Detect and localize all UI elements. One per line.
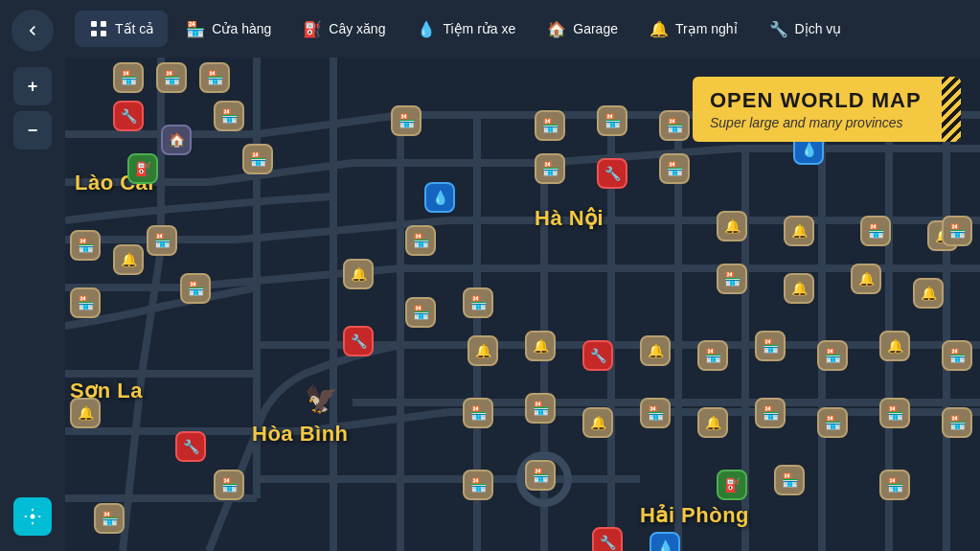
nav-service-label: Dịch vụ xyxy=(795,21,842,36)
map-icon-shop[interactable]: 🏪 xyxy=(405,297,436,328)
zoom-out-button[interactable]: − xyxy=(13,111,52,149)
map-icon-shop[interactable]: 🏪 xyxy=(463,287,493,318)
water-drop-icon: 💧 xyxy=(416,18,437,39)
map-icon-shop[interactable]: 🏪 xyxy=(535,110,565,141)
svg-rect-4 xyxy=(101,31,106,36)
sidebar: + − xyxy=(0,0,65,551)
map-icon-shop[interactable]: 🏪 xyxy=(94,503,125,534)
map-icon-bell[interactable]: 🔔 xyxy=(717,211,747,241)
wrench-icon: 🔧 xyxy=(768,18,789,39)
nav-shop-label: Cửa hàng xyxy=(212,21,271,36)
map-icon-shop[interactable]: 🏪 xyxy=(879,470,910,500)
map-icon-shop[interactable]: 🏪 xyxy=(391,105,422,136)
locate-button[interactable] xyxy=(13,497,52,536)
map-icon-shop[interactable]: 🏪 xyxy=(242,144,273,174)
map-icon-shop[interactable]: 🏪 xyxy=(405,225,436,256)
nav-item-service[interactable]: 🔧 Dịch vụ xyxy=(755,11,855,47)
map-icon-gas[interactable]: ⛽ xyxy=(717,470,747,500)
map-icon-bell[interactable]: 🔔 xyxy=(113,244,144,275)
map-icon-bell[interactable]: 🔔 xyxy=(697,407,728,438)
banner-title: OPEN WORLD MAP xyxy=(710,88,944,113)
map-icon-shop[interactable]: 🏪 xyxy=(525,460,556,491)
banner-stripes xyxy=(942,77,961,142)
map-icon-shop[interactable]: 🏪 xyxy=(697,340,728,371)
map-icon-shop[interactable]: 🏪 xyxy=(463,470,493,500)
map-icon-shop[interactable]: 🏪 xyxy=(113,62,144,93)
nav-item-shop[interactable]: 🏪 Cửa hàng xyxy=(171,11,285,47)
map-icon-shop[interactable]: 🏪 xyxy=(942,340,972,371)
map-icon-shop[interactable]: 🏪 xyxy=(147,225,177,256)
map-icon-shop[interactable]: 🏪 xyxy=(879,398,910,428)
map-icon-bell[interactable]: 🔔 xyxy=(582,407,613,438)
map-icon-wrench[interactable]: 🔧 xyxy=(582,340,613,371)
map-icon-wrench[interactable]: 🔧 xyxy=(175,431,206,462)
nav-item-rest[interactable]: 🔔 Trạm nghỉ xyxy=(635,11,751,47)
map-icon-shop[interactable]: 🏪 xyxy=(199,62,230,93)
map-icon-shop[interactable]: 🏪 xyxy=(817,407,848,438)
svg-rect-2 xyxy=(101,21,106,27)
svg-rect-3 xyxy=(91,31,97,36)
garage-icon: 🏠 xyxy=(546,18,567,39)
nav-item-carwash[interactable]: 💧 Tiệm rửa xe xyxy=(402,11,529,47)
zoom-in-button[interactable]: + xyxy=(13,67,52,105)
map-icon-bell[interactable]: 🔔 xyxy=(784,216,814,246)
map-icon-shop[interactable]: 🏪 xyxy=(214,470,244,500)
map-icon-shop[interactable]: 🏪 xyxy=(860,216,891,246)
map-icon-bell[interactable]: 🔔 xyxy=(640,335,671,366)
map-icon-bell[interactable]: 🔔 xyxy=(70,398,101,428)
bell-icon: 🔔 xyxy=(649,18,670,39)
map-icon-bell[interactable]: 🔔 xyxy=(467,335,498,366)
map-icon-wrench[interactable]: 🔧 xyxy=(597,158,627,189)
nav-item-garage[interactable]: 🏠 Garage xyxy=(533,11,631,47)
nav-all-label: Tất cả xyxy=(115,21,154,36)
map-icon-shop[interactable]: 🏪 xyxy=(942,407,972,438)
nav-item-all[interactable]: Tất cả xyxy=(75,11,168,47)
shop-icon: 🏪 xyxy=(185,18,206,39)
nav-carwash-label: Tiệm rửa xe xyxy=(443,21,515,36)
nav-rest-label: Trạm nghỉ xyxy=(675,21,738,36)
map-icon-bell[interactable]: 🔔 xyxy=(879,331,910,361)
map-icon-wrench[interactable]: 🔧 xyxy=(113,101,144,131)
map-icon-shop[interactable]: 🏪 xyxy=(463,398,493,428)
map-icon-water[interactable]: 💧 xyxy=(424,182,455,213)
gas-icon: ⛽ xyxy=(302,18,323,39)
map-icon-shop[interactable]: 🏪 xyxy=(942,216,972,246)
map-icon-wrench[interactable]: 🔧 xyxy=(343,326,374,356)
map-icon-shop[interactable]: 🏪 xyxy=(640,398,671,428)
nav-garage-label: Garage xyxy=(573,21,618,36)
map-icon-water[interactable]: 💧 xyxy=(650,532,680,551)
map-icon-shop[interactable]: 🏪 xyxy=(214,101,244,131)
map-icon-shop[interactable]: 🏪 xyxy=(180,273,211,304)
info-banner: OPEN WORLD MAP Super large and many prov… xyxy=(693,77,961,142)
map-icon-home[interactable]: 🏠 xyxy=(161,125,192,155)
map-icon-shop[interactable]: 🏪 xyxy=(774,465,805,495)
map-icon-shop[interactable]: 🏪 xyxy=(659,110,690,141)
map-icon-shop[interactable]: 🏪 xyxy=(156,62,187,93)
map-icon-shop[interactable]: 🏪 xyxy=(755,331,786,361)
map-area[interactable]: Lào Cai Hà Nội Sơn La Hòa Bình Hải Phòng… xyxy=(65,57,980,551)
svg-point-0 xyxy=(31,515,35,519)
map-icon-shop[interactable]: 🏪 xyxy=(597,105,627,136)
nav-item-gas[interactable]: ⛽ Cây xăng xyxy=(288,11,399,47)
map-icon-gas[interactable]: ⛽ xyxy=(127,153,158,184)
map-icon-shop[interactable]: 🏪 xyxy=(70,230,101,261)
map-icon-shop[interactable]: 🏪 xyxy=(535,153,565,184)
map-icon-bell[interactable]: 🔔 xyxy=(343,259,374,289)
map-icon-shop[interactable]: 🏪 xyxy=(717,264,747,294)
back-button[interactable] xyxy=(11,10,54,52)
banner-subtitle: Super large and many provinces xyxy=(710,115,944,130)
map-icon-wrench[interactable]: 🔧 xyxy=(592,527,623,551)
map-icon-bell[interactable]: 🔔 xyxy=(525,331,556,361)
map-icon-bell[interactable]: 🔔 xyxy=(913,278,944,309)
grid-icon xyxy=(88,18,109,39)
top-navigation: Tất cả 🏪 Cửa hàng ⛽ Cây xăng 💧 Tiệm rửa … xyxy=(65,0,980,57)
map-icon-shop[interactable]: 🏪 xyxy=(659,153,690,184)
map-icon-shop[interactable]: 🏪 xyxy=(525,393,556,424)
map-icon-shop[interactable]: 🏪 xyxy=(817,340,848,371)
map-icon-shop[interactable]: 🏪 xyxy=(70,287,101,318)
svg-rect-1 xyxy=(91,21,97,27)
nav-gas-label: Cây xăng xyxy=(329,21,385,36)
map-icon-bell[interactable]: 🔔 xyxy=(784,273,814,304)
map-icon-bell[interactable]: 🔔 xyxy=(851,264,881,294)
map-icon-shop[interactable]: 🏪 xyxy=(755,398,786,428)
